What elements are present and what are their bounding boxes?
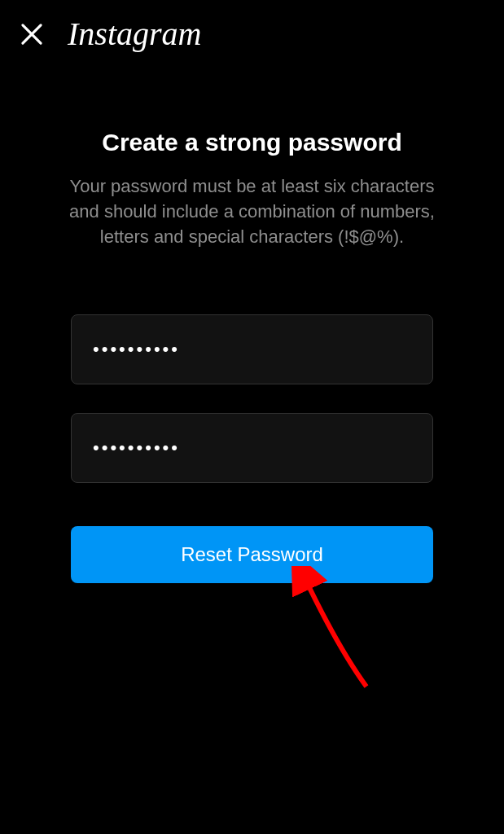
page-title: Create a strong password (33, 129, 471, 156)
header: Instagram (0, 0, 504, 68)
content-area: Create a strong password Your password m… (0, 68, 504, 583)
password-form: Reset Password (33, 314, 471, 583)
confirm-password-input[interactable] (71, 413, 433, 483)
new-password-input[interactable] (71, 314, 433, 384)
annotation-arrow (289, 566, 387, 696)
close-icon[interactable] (16, 19, 47, 50)
password-requirements-text: Your password must be at least six chara… (33, 174, 471, 249)
reset-password-button[interactable]: Reset Password (71, 526, 433, 583)
instagram-logo: Instagram (68, 15, 201, 53)
